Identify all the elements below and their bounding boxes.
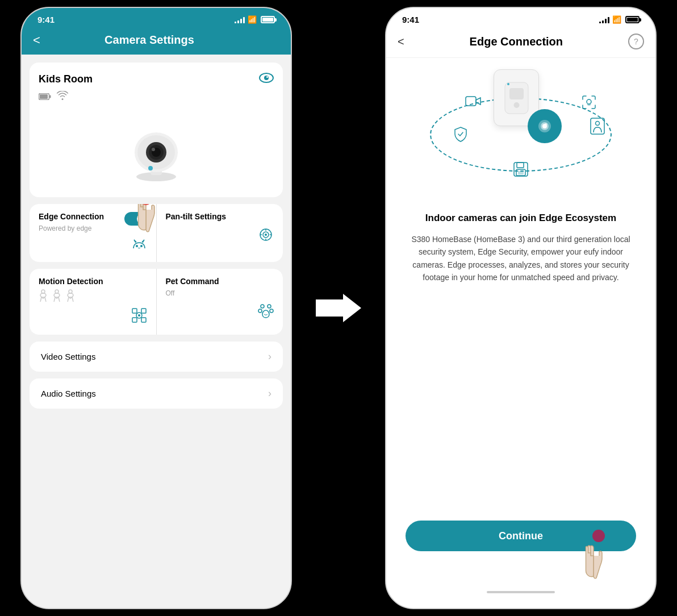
pet-icon	[258, 303, 274, 322]
help-button[interactable]: ?	[628, 34, 644, 49]
edge-connection-content: Indoor cameras can join Edge Ecosystem S…	[386, 58, 655, 608]
continue-section: Continue	[400, 521, 642, 551]
svg-point-26	[69, 290, 72, 293]
chevron-right-icon-video: ›	[268, 351, 271, 363]
audio-settings-item[interactable]: Audio Settings ›	[30, 378, 283, 409]
svg-point-14	[148, 166, 153, 170]
scene: 9:41 📶 < Camera Settings Kids Room	[0, 0, 677, 616]
svg-point-25	[55, 290, 58, 293]
status-bar-right: 9:41 📶	[386, 8, 655, 28]
camera-settings-content: Kids Room	[22, 55, 291, 608]
arrow-container	[310, 294, 367, 322]
ecosystem-illustration	[400, 64, 642, 200]
svg-rect-27	[132, 309, 137, 313]
pan-tilt-icon	[258, 227, 274, 246]
camera-name: Kids Room	[39, 73, 93, 85]
time-left: 9:41	[37, 15, 55, 24]
ai-cat-icon	[131, 238, 147, 254]
camera-card-header: Kids Room	[39, 72, 274, 86]
edge-info-section: Indoor cameras can join Edge Ecosystem S…	[400, 211, 642, 301]
svg-point-36	[270, 309, 273, 313]
svg-point-1	[264, 76, 269, 80]
svg-rect-38	[509, 88, 524, 99]
status-icons-right: 📶	[599, 15, 640, 24]
svg-rect-5	[49, 95, 51, 98]
svg-rect-47	[591, 118, 604, 134]
camera-image	[39, 109, 274, 188]
camera-svg	[119, 111, 193, 185]
person-icon-1	[39, 289, 48, 302]
pan-tilt-title: Pan-tilt Settings	[166, 212, 274, 221]
shield-icon	[454, 126, 467, 145]
svg-point-32	[138, 314, 140, 317]
edge-info-body: S380 HomeBase (HomeBase 3) and our third…	[406, 233, 636, 284]
audio-settings-label: Audio Settings	[41, 389, 96, 398]
svg-rect-30	[141, 318, 146, 322]
face-scan-icon	[582, 95, 596, 113]
pet-command-title: Pet Command	[166, 277, 274, 286]
signal-icon-right	[599, 16, 609, 23]
svg-point-39	[513, 102, 519, 108]
svg-rect-52	[518, 171, 524, 174]
camera-orb	[528, 109, 562, 143]
svg-rect-4	[40, 94, 48, 99]
svg-point-2	[266, 76, 268, 78]
video-settings-label: Video Settings	[41, 352, 95, 361]
svg-point-34	[268, 305, 271, 308]
wifi-icon-right: 📶	[612, 15, 621, 24]
svg-point-24	[41, 290, 45, 293]
page-title-left: Camera Settings	[105, 34, 194, 47]
time-right: 9:41	[402, 15, 419, 24]
svg-point-19	[265, 234, 267, 236]
camera-status-row	[39, 91, 274, 103]
finger-cursor-overlay	[131, 204, 162, 238]
svg-point-44	[545, 123, 547, 126]
pet-command-sub: Off	[166, 289, 274, 297]
edge-info-title: Indoor cameras can join Edge Ecosystem	[406, 211, 636, 225]
eye-icon[interactable]	[259, 72, 274, 86]
svg-point-15	[136, 245, 138, 247]
arrow-right-icon	[316, 294, 361, 322]
pan-tilt-cell[interactable]: Pan-tilt Settings	[157, 204, 283, 262]
back-button-right[interactable]: <	[398, 35, 404, 48]
continue-button-label: Continue	[499, 530, 543, 542]
page-title-right: Edge Connection	[470, 35, 563, 48]
video-cam-icon	[465, 95, 481, 111]
settings-grid-top: Edge Connection Powered by edge	[30, 204, 283, 262]
camera-settings-header: < Camera Settings	[22, 28, 291, 55]
svg-rect-50	[517, 163, 524, 168]
left-phone: 9:41 📶 < Camera Settings Kids Room	[20, 7, 292, 609]
settings-grid-bottom: Motion Detection	[30, 269, 283, 335]
motion-detection-cell[interactable]: Motion Detection	[30, 269, 156, 335]
motion-icons-row	[39, 289, 147, 302]
pet-command-cell[interactable]: Pet Command Off	[157, 269, 283, 335]
battery-icon	[261, 16, 275, 23]
continue-button-dot	[592, 530, 605, 542]
edge-connection-header: < Edge Connection ?	[386, 28, 655, 58]
status-bar-left: 9:41 📶	[22, 8, 291, 28]
svg-rect-29	[132, 318, 137, 322]
camera-card: Kids Room	[30, 63, 283, 197]
signal-icon	[235, 16, 245, 23]
person-icon-3	[66, 289, 75, 302]
edge-connection-cell[interactable]: Edge Connection Powered by edge	[30, 204, 156, 262]
svg-point-35	[258, 309, 262, 313]
svg-rect-28	[141, 309, 146, 313]
svg-rect-45	[466, 97, 476, 106]
battery-icon-right	[625, 16, 640, 23]
video-settings-item[interactable]: Video Settings ›	[30, 342, 283, 372]
wifi-icon: 📶	[248, 15, 257, 24]
motion-detection-title: Motion Detection	[39, 277, 147, 286]
svg-point-33	[261, 305, 264, 308]
person-icon-2	[52, 289, 61, 302]
svg-point-16	[140, 245, 143, 247]
save-icon	[513, 162, 528, 180]
right-phone: 9:41 📶 < Edge Connection ?	[385, 7, 657, 609]
svg-point-46	[587, 99, 591, 104]
svg-point-13	[152, 148, 155, 151]
battery-status-icon	[39, 92, 51, 102]
back-button-left[interactable]: <	[33, 33, 40, 48]
motion-tracking-icon	[131, 307, 147, 327]
home-indicator	[487, 591, 555, 593]
continue-finger-cursor	[576, 543, 611, 585]
